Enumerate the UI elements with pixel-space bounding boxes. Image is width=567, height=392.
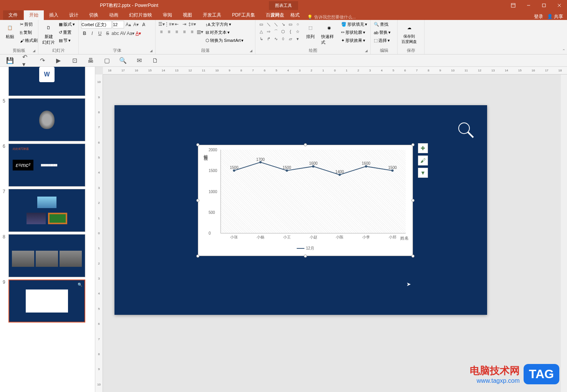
tab-review[interactable]: 审阅 (158, 10, 177, 20)
font-color-icon[interactable]: A▾ (135, 30, 142, 37)
chart-plot-area[interactable]: 0500100015002000小张1500小杨1700小王1500小赵1600… (220, 150, 406, 233)
slide-canvas[interactable]: ✚ 🖌 ▼ 销售额 姓名 0500100015002000小张1500小杨170… (114, 105, 487, 315)
tab-pdf[interactable]: PDF工具集 (227, 10, 260, 20)
cut-button[interactable]: ✂剪切 (19, 21, 38, 28)
shape-star-icon[interactable]: ☆ (294, 28, 301, 35)
underline-icon[interactable]: U (96, 30, 103, 37)
tab-insert[interactable]: 插入 (44, 10, 64, 20)
font-launcher[interactable]: ◢ (150, 49, 154, 53)
line-spacing-icon[interactable]: ‡≡▾ (189, 21, 196, 28)
smartart-button[interactable]: ⬡转换为 SmartArt ▾ (205, 37, 244, 44)
qat-new-icon[interactable]: 🗋 (151, 57, 159, 65)
qat-present-icon[interactable]: ▢ (103, 57, 111, 65)
font-size-select[interactable] (113, 21, 124, 28)
numbering-icon[interactable]: ⋮≡▾ (166, 21, 172, 28)
resize-handle-br[interactable] (411, 255, 414, 258)
maximize-icon[interactable] (536, 0, 552, 11)
clear-format-icon[interactable]: A̷ (140, 21, 147, 28)
shape-arrow2-icon[interactable]: ⇨ (265, 28, 272, 35)
copy-button[interactable]: ⎘复制 (19, 29, 38, 36)
shape-more1-icon[interactable]: ◊ (280, 35, 287, 42)
qat-email-icon[interactable]: ✉ (135, 57, 143, 65)
grow-font-icon[interactable]: A▴ (125, 21, 132, 28)
shape-curve-icon[interactable]: ∿ (272, 35, 279, 42)
paragraph-launcher[interactable]: ◢ (250, 49, 254, 53)
chart-filters-button[interactable]: ▼ (418, 168, 428, 178)
shape-fill-button[interactable]: 🪣形状填充 ▾ (340, 21, 368, 28)
tab-transitions[interactable]: 切换 (84, 10, 104, 20)
shape-circle-icon[interactable]: ○ (294, 21, 301, 28)
tab-file[interactable]: 文件 (3, 10, 23, 20)
login-link[interactable]: 登录 (534, 13, 543, 20)
shape-more2-icon[interactable]: ▱ (287, 35, 294, 42)
tab-animations[interactable]: 动画 (104, 10, 124, 20)
tab-home[interactable]: 开始 (24, 10, 44, 20)
save-baidu-button[interactable]: ☁保存到 百度网盘 (400, 21, 418, 45)
spacing-icon[interactable]: AV (119, 30, 126, 37)
align-text-button[interactable]: ⊟对齐文本 ▾ (205, 29, 244, 36)
replace-button[interactable]: ab替换 ▾ (373, 29, 391, 36)
vertical-scrollbar[interactable] (561, 74, 567, 392)
clipboard-launcher[interactable]: ◢ (33, 49, 37, 53)
slide-thumbnails-panel[interactable]: W 5 6 此处填写标题 ε=mc²████████████ 7 8 9 🔍 (0, 67, 95, 392)
slide-thumb-4[interactable]: W (8, 67, 92, 96)
slide-thumb-7[interactable]: 7 (8, 189, 92, 232)
shape-brace-icon[interactable]: { (287, 28, 294, 35)
distribute-icon[interactable]: ≡ (189, 28, 196, 35)
qat-from-start-icon[interactable]: ▶ (55, 57, 62, 65)
qat-save-icon[interactable]: 💾 (6, 57, 14, 65)
strike-icon[interactable]: S (104, 30, 111, 37)
shape-line-icon[interactable]: ＼ (265, 21, 272, 28)
find-button[interactable]: 🔍查找 (373, 21, 391, 28)
resize-handle-bm[interactable] (304, 255, 307, 258)
new-slide-button[interactable]: 🗋 新建 幻灯片 (41, 21, 56, 46)
align-center-icon[interactable]: ≡ (166, 28, 172, 35)
tab-view[interactable]: 视图 (177, 10, 197, 20)
reset-button[interactable]: ↺重置 (58, 29, 76, 36)
qat-touch-icon[interactable]: ⊡ (71, 57, 78, 65)
text-direction-button[interactable]: ↕A文字方向 ▾ (205, 21, 244, 28)
ribbon-options-icon[interactable] (506, 0, 521, 11)
minimize-icon[interactable] (521, 0, 536, 11)
collapse-ribbon-icon[interactable]: ⌃ (562, 48, 565, 53)
section-button[interactable]: ▤节 ▾ (58, 37, 76, 44)
shape-arc-icon[interactable]: ⌒ (272, 28, 279, 35)
bold-icon[interactable]: B (81, 30, 88, 37)
shape-line2-icon[interactable]: ＼ (272, 21, 279, 28)
font-name-select[interactable] (81, 21, 112, 28)
shape-effects-button[interactable]: ✦形状效果 ▾ (340, 37, 368, 44)
dec-indent-icon[interactable]: ⇤ (173, 21, 180, 28)
shape-arrow-icon[interactable]: ↘ (280, 21, 287, 28)
tell-me-search[interactable]: 💡 告诉我您想要做什么... (307, 14, 356, 20)
quickstyle-button[interactable]: ◉快速样式 (320, 21, 339, 46)
resize-handle-tl[interactable] (196, 143, 199, 146)
drawing-launcher[interactable]: ◢ (365, 49, 370, 53)
slide-thumb-6[interactable]: 6 此处填写标题 ε=mc²████████████ (8, 144, 92, 187)
justify-icon[interactable]: ≡ (181, 28, 188, 35)
resize-handle-bl[interactable] (196, 255, 199, 258)
chart-styles-button[interactable]: 🖌 (418, 155, 428, 165)
shape-conn2-icon[interactable]: ↱ (265, 35, 272, 42)
shape-outline-button[interactable]: ✏形状轮廓 ▾ (340, 29, 368, 36)
chart-object[interactable]: ✚ 🖌 ▼ 销售额 姓名 0500100015002000小张1500小杨170… (198, 145, 413, 256)
columns-icon[interactable]: ▥▾ (196, 28, 203, 35)
case-icon[interactable]: Aa▾ (127, 30, 134, 37)
resize-handle-tr[interactable] (411, 143, 414, 146)
shape-expand-icon[interactable]: ▾ (294, 35, 301, 42)
shapes-gallery[interactable]: ▭＼＼↘▭○ △⇨⌒⬡{☆ ↳↱∿◊▱▾ (258, 21, 301, 42)
qat-undo-icon[interactable]: ↶ ▾ (22, 57, 30, 65)
shape-rect-icon[interactable]: ▭ (258, 21, 265, 28)
tab-chart-design[interactable]: 设计 (265, 10, 285, 20)
arrange-button[interactable]: ⬚排列 (303, 21, 318, 40)
qat-preview-icon[interactable]: 🔍 (119, 57, 127, 65)
tab-developer[interactable]: 开发工具 (197, 10, 227, 20)
paste-button[interactable]: 📋 粘贴 (2, 21, 18, 40)
resize-handle-mr[interactable] (411, 199, 414, 202)
inc-indent-icon[interactable]: ⇥ (181, 21, 188, 28)
format-painter-button[interactable]: 🖌格式刷 (19, 37, 38, 44)
bullets-icon[interactable]: ☰▾ (158, 21, 165, 28)
close-icon[interactable] (552, 0, 567, 11)
align-left-icon[interactable]: ≡ (158, 28, 165, 35)
layout-button[interactable]: ▦版式 ▾ (58, 21, 76, 28)
share-button[interactable]: 👤 共享 (547, 13, 563, 20)
